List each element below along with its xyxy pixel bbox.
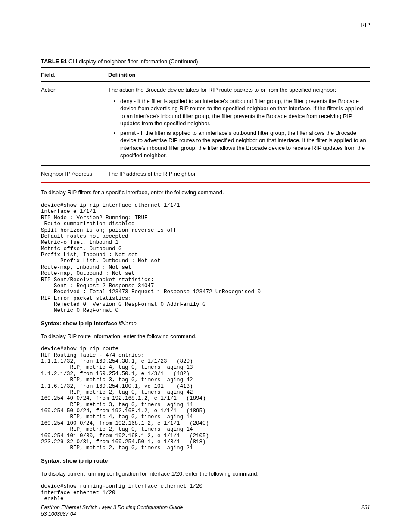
page-number: 231 (361, 504, 370, 517)
field-name: Action (41, 82, 108, 165)
code-listing: device#show ip rip route RIP Routing Tab… (41, 346, 370, 451)
table-title: CLI display of neighbor filter informati… (67, 58, 198, 65)
syntax-param: ifName (119, 320, 137, 327)
syntax-bold: Syntax: show ip rip interface (41, 320, 119, 327)
footer-title: FastIron Ethernet Switch Layer 3 Routing… (41, 504, 183, 510)
filter-info-table: Field. Defiinition Action The action the… (41, 68, 370, 182)
field-definition: The action the Brocade device takes for … (108, 82, 370, 165)
table-row: Action The action the Brocade device tak… (41, 82, 370, 165)
code-listing: device#show running-config interface eth… (41, 483, 370, 502)
table-caption: TABLE 51 CLI display of neighbor filter … (41, 58, 370, 65)
body-paragraph: To display RIP filters for a specific in… (41, 189, 370, 196)
header-section-label: RIP (41, 22, 370, 28)
field-definition: The IP address of the RIP neighbor. (108, 166, 370, 182)
bullet-item: permit - If the filter is applied to an … (120, 129, 367, 159)
col-header-definition: Defiinition (108, 68, 370, 81)
code-listing: device#show ip rip interface ethernet 1/… (41, 202, 370, 314)
definition-intro: The action the Brocade device takes for … (108, 87, 336, 93)
page-footer: FastIron Ethernet Switch Layer 3 Routing… (41, 504, 370, 517)
syntax-line: Syntax: show ip rip interface ifName (41, 320, 370, 327)
table-row: Neighbor IP Address The IP address of th… (41, 166, 370, 182)
bullet-item: deny - If the filter is applied to an in… (120, 97, 367, 128)
syntax-bold: Syntax: show ip rip route (41, 457, 108, 464)
table-number: TABLE 51 (41, 58, 67, 65)
col-header-field: Field. (41, 68, 108, 81)
field-name: Neighbor IP Address (41, 166, 108, 182)
definition-bullets: deny - If the filter is applied to an in… (108, 97, 367, 159)
footer-docid: 53-1003087-04 (41, 511, 76, 517)
syntax-line: Syntax: show ip rip route (41, 457, 370, 464)
body-paragraph: To display current running configuration… (41, 470, 370, 478)
rule-red (41, 182, 370, 183)
body-paragraph: To display RIP route information, enter … (41, 333, 370, 340)
